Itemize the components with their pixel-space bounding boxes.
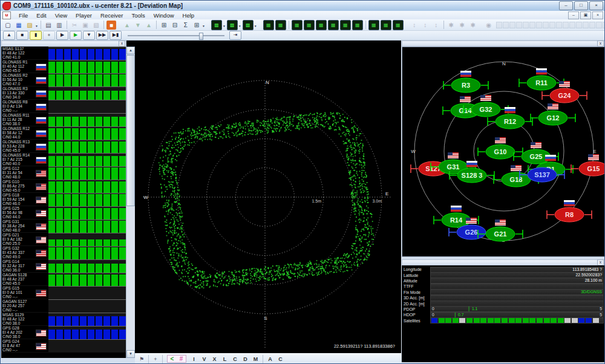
satellite-row[interactable]: GPS G21El 9 Az 182C/N0 25.0: [1, 233, 126, 246]
curve-toggle[interactable]: <: [168, 356, 177, 362]
dock-view-icon-8[interactable]: ▦: [352, 20, 363, 30]
menu-help[interactable]: Help: [178, 11, 199, 19]
dock-view-icon-1[interactable]: ▦: [263, 20, 274, 30]
roman-scale-button-C[interactable]: C: [230, 355, 240, 363]
satellite-row[interactable]: GPS G14El 32 Az 317C/N0 36.0: [1, 259, 126, 273]
satellite-row[interactable]: GLONASS R12El 58 Az 12C/N0 44.0: [1, 126, 126, 140]
save-icon[interactable]: ▦: [14, 21, 24, 30]
copy-icon[interactable]: ▣: [80, 21, 90, 30]
chart-view-icon-2[interactable]: ▼: [133, 21, 143, 30]
satellite-panel-titlebar[interactable]: x: [1, 41, 126, 47]
dock-view-icon-2[interactable]: ▦: [275, 20, 286, 30]
mdi-restore-button[interactable]: ▣: [580, 11, 591, 19]
sky-satellite-r14[interactable]: R14: [434, 206, 479, 227]
sky-satellite-g12[interactable]: G12: [531, 103, 575, 125]
dropdown-caret-icon[interactable]: ▼: [223, 24, 226, 28]
grid-toggle[interactable]: #: [177, 356, 186, 362]
satellite-row[interactable]: MSAS S129El 48 Az 122C/N0 38.0: [1, 313, 126, 326]
print-preview-icon[interactable]: ▥: [54, 21, 64, 30]
data-panel-close-icon[interactable]: x: [597, 259, 604, 265]
table-window-icon[interactable]: ⊞: [159, 21, 169, 30]
pan-icon[interactable]: +: [151, 355, 160, 363]
map-mode-button-A[interactable]: A: [265, 355, 275, 363]
marker-button[interactable]: ▮: [30, 31, 42, 40]
dock-view-icon-3[interactable]: ▦: [292, 20, 302, 30]
close-button[interactable]: ×: [589, 1, 603, 10]
dock-view-icon-11[interactable]: ▦: [393, 20, 404, 30]
deviation-map[interactable]: NSWE1.5m3.0m22.59139211? 113.89183386?: [135, 41, 401, 353]
chart-view-icon-1[interactable]: ▲: [122, 21, 132, 30]
satellite-row[interactable]: GLONASS R11El 11 Az 28C/N0 38.0: [1, 113, 126, 126]
map-view-icon[interactable]: ▩: [211, 20, 222, 30]
play-button[interactable]: ▶: [70, 31, 82, 40]
satellite-row[interactable]: GLONASS R8El 0 Az 134C/N0 --.-: [1, 100, 126, 113]
dropdown-caret-icon[interactable]: ▼: [35, 24, 38, 28]
sky-view-close-icon[interactable]: x: [597, 41, 604, 47]
scroll-down-icon[interactable]: ▼: [126, 350, 135, 358]
docking-window-icon[interactable]: ⊞: [192, 21, 201, 30]
dock-view-icon-4[interactable]: ▦: [304, 20, 315, 30]
menu-edit[interactable]: Edit: [32, 11, 50, 19]
roman-scale-button-D[interactable]: D: [240, 355, 250, 363]
roman-scale-button-I[interactable]: I: [189, 355, 199, 363]
sky-view-panel[interactable]: NSWER3R11G24G14G32R12G12G10G25S127G31S12…: [402, 47, 605, 257]
menu-file[interactable]: File: [15, 11, 32, 19]
slider-thumb[interactable]: [199, 33, 203, 40]
satellite-row[interactable]: GLONASS R2El 56 Az 10C/N0 47.0: [1, 73, 126, 86]
dock-view-icon-7[interactable]: ▦: [340, 20, 351, 30]
satellite-row[interactable]: GPS G32El 43 Az 337C/N0 49.0: [1, 246, 126, 259]
satellite-row[interactable]: GPS G25El 56 Az 98C/N0 44.0: [1, 206, 126, 219]
maximize-button[interactable]: □: [574, 1, 588, 10]
roman-scale-button-X[interactable]: X: [209, 355, 220, 363]
ublox-logo-icon[interactable]: ■: [106, 21, 116, 30]
roman-scale-button-V[interactable]: V: [199, 355, 209, 363]
statistic-window-icon[interactable]: Σ: [181, 21, 191, 30]
satellite-row[interactable]: GAGAN S128El 48 Az 237C/N0 45.0: [1, 273, 126, 286]
roman-scale-button-L[interactable]: L: [220, 355, 230, 363]
sky-satellite-g10[interactable]: G10: [478, 137, 523, 159]
stop-button[interactable]: ■: [16, 31, 28, 40]
satellite-row[interactable]: GLONASS R1El 40 Az 112C/N0 45.0: [1, 60, 126, 73]
menu-tools[interactable]: Tools: [128, 11, 149, 19]
menu-receiver[interactable]: Receiver: [96, 11, 128, 19]
satellite-row[interactable]: GLONASS R3El 13 Az 330C/N0 34.0: [1, 86, 126, 100]
menu-player[interactable]: Player: [71, 11, 96, 19]
paste-icon[interactable]: ▧: [91, 21, 101, 30]
message-view-icon[interactable]: ▩: [227, 20, 238, 30]
settings-gear-icon-1[interactable]: ✱: [446, 21, 456, 30]
chart-dark-view-icon[interactable]: ▩: [243, 20, 253, 30]
satellite-row[interactable]: GLONASS R13El 53 Az 228C/N0 45.0: [1, 140, 126, 153]
fast-forward-button[interactable]: ▶▶: [96, 31, 108, 40]
dropdown-caret-icon[interactable]: ▼: [254, 24, 257, 28]
dock-view-icon-10[interactable]: ▦: [381, 20, 391, 30]
satellite-panel-close-icon[interactable]: x: [119, 41, 125, 47]
settings-gear-icon-2[interactable]: ✱: [457, 21, 467, 30]
eject-button[interactable]: ▲: [3, 31, 15, 40]
print-icon[interactable]: ▤: [44, 21, 53, 30]
dock-view-icon-5[interactable]: ▦: [316, 20, 327, 30]
menu-view[interactable]: View: [51, 11, 71, 19]
sky-satellite-r3[interactable]: R3: [443, 71, 488, 93]
scroll-up-icon[interactable]: ▲: [126, 47, 135, 54]
satellite-row[interactable]: GPS G31El 38 Az 254C/N0 48.0: [1, 219, 126, 233]
new-file-icon[interactable]: ▢: [3, 21, 13, 30]
level-slider-icon-3[interactable]: ↕: [431, 21, 441, 30]
sky-view-titlebar[interactable]: x: [402, 41, 605, 47]
dock-view-icon-9[interactable]: ▦: [368, 20, 379, 30]
skip-start-button[interactable]: ▶▮: [110, 31, 122, 40]
player-position-slider[interactable]: [128, 33, 224, 39]
satellite-row[interactable]: GPS G18El 59 Az 154C/N0 46.0: [1, 193, 126, 206]
satellite-row[interactable]: GAGAN S127El 20 Az 257C/N0 --.-: [1, 299, 126, 313]
record-button[interactable]: ●: [43, 31, 55, 40]
satellite-row[interactable]: GLONASS R14El 7 Az 215C/N0 40.0: [1, 153, 126, 166]
satellite-row[interactable]: GPS G10El 86 Az 275C/N0 45.0: [1, 180, 126, 193]
level-slider-icon-2[interactable]: ↕: [420, 21, 430, 30]
settings-gear-icon-3[interactable]: ✱: [468, 21, 478, 30]
mdi-minimize-button[interactable]: –: [568, 11, 579, 19]
snapshot-icon[interactable]: ⚑: [137, 355, 146, 363]
step-button[interactable]: ▶: [56, 31, 68, 40]
play-speed-caret[interactable]: ▼: [83, 31, 95, 40]
satellite-row[interactable]: GPS G12El 31 Az 54C/N0 48.0: [1, 166, 126, 180]
menu-window[interactable]: Window: [149, 11, 178, 19]
sky-satellite-r8[interactable]: R8: [547, 200, 592, 222]
